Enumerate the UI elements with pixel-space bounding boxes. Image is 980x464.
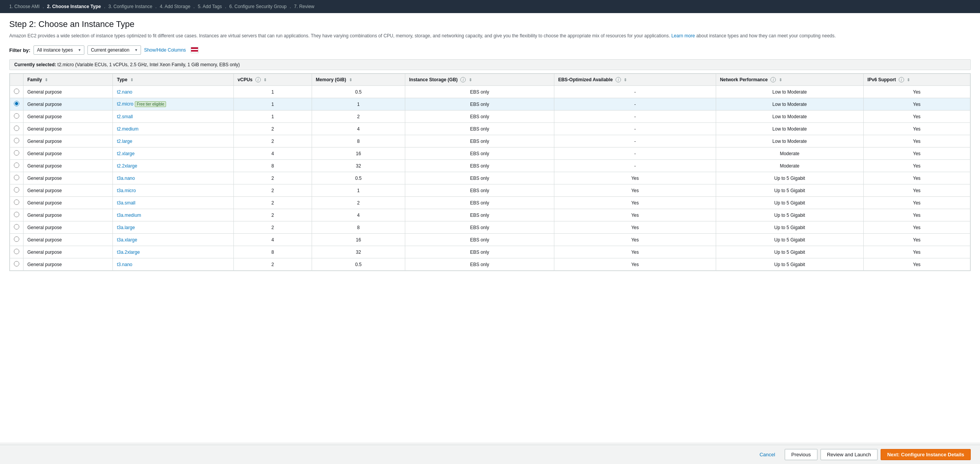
nav-step-3[interactable]: 3. Configure Instance bbox=[105, 2, 155, 11]
type-link-t3a.large[interactable]: t3a.large bbox=[117, 225, 135, 230]
row-vcpus: 1 bbox=[233, 86, 312, 98]
row-memory: 32 bbox=[312, 160, 405, 172]
type-link-t2.nano[interactable]: t2.nano bbox=[117, 89, 132, 95]
storage-sort-icon[interactable]: ⇕ bbox=[469, 78, 472, 82]
vcpus-info-icon[interactable]: i bbox=[255, 77, 261, 82]
type-link-t3a.medium[interactable]: t3a.medium bbox=[117, 213, 141, 218]
nav-step-5[interactable]: 5. Add Tags bbox=[195, 2, 225, 11]
family-sort-icon[interactable]: ⇕ bbox=[45, 78, 48, 82]
row-family: General purpose bbox=[23, 98, 113, 111]
row-type[interactable]: t2.large bbox=[113, 135, 233, 147]
type-sort-icon[interactable]: ⇕ bbox=[130, 78, 133, 82]
row-type[interactable]: t3.nano bbox=[113, 258, 233, 271]
generation-filter[interactable]: Current generation bbox=[87, 45, 141, 55]
table-row: General purposet2.large28EBS only-Low to… bbox=[10, 135, 970, 147]
page-description: Amazon EC2 provides a wide selection of … bbox=[9, 32, 971, 39]
row-radio-12[interactable] bbox=[14, 236, 19, 242]
row-ebs-optimized: Yes bbox=[554, 197, 716, 209]
row-radio-10[interactable] bbox=[14, 212, 19, 217]
nav-step-1[interactable]: 1. Choose AMI bbox=[6, 2, 43, 11]
type-link-t3a.xlarge[interactable]: t3a.xlarge bbox=[117, 237, 137, 243]
row-select-cell-1 bbox=[10, 98, 23, 111]
nav-step-4[interactable]: 4. Add Storage bbox=[157, 2, 193, 11]
row-radio-3[interactable] bbox=[14, 126, 19, 131]
ipv6-sort-icon[interactable]: ⇕ bbox=[907, 78, 910, 82]
row-radio-2[interactable] bbox=[14, 113, 19, 119]
header-storage[interactable]: Instance Storage (GB) i ⇕ bbox=[405, 74, 554, 86]
ipv6-info-icon[interactable]: i bbox=[899, 77, 904, 82]
header-memory[interactable]: Memory (GiB) ⇕ bbox=[312, 74, 405, 86]
row-type[interactable]: t3a.medium bbox=[113, 209, 233, 221]
row-radio-13[interactable] bbox=[14, 249, 19, 254]
row-radio-6[interactable] bbox=[14, 162, 19, 168]
header-vcpus[interactable]: vCPUs i ⇕ bbox=[233, 74, 312, 86]
table-body: General purposet2.nano10.5EBS only-Low t… bbox=[10, 86, 970, 271]
row-radio-7[interactable] bbox=[14, 175, 19, 180]
nav-step-2[interactable]: 2. Choose Instance Type bbox=[44, 2, 104, 11]
row-type[interactable]: t3a.small bbox=[113, 197, 233, 209]
header-type[interactable]: Type ⇕ bbox=[113, 74, 233, 86]
vcpus-sort-icon[interactable]: ⇕ bbox=[263, 78, 267, 82]
row-radio-14[interactable] bbox=[14, 261, 19, 266]
row-type[interactable]: t2.xlarge bbox=[113, 147, 233, 160]
row-type[interactable]: t2.microFree tier eligible bbox=[113, 98, 233, 111]
network-sort-icon[interactable]: ⇕ bbox=[779, 78, 782, 82]
instance-type-filter-wrapper: All instance types bbox=[34, 45, 84, 55]
row-type[interactable]: t2.medium bbox=[113, 123, 233, 135]
table-row: General purposet2.xlarge416EBS only-Mode… bbox=[10, 147, 970, 160]
row-type[interactable]: t2.nano bbox=[113, 86, 233, 98]
row-family: General purpose bbox=[23, 147, 113, 160]
flag-icon bbox=[191, 47, 198, 53]
filter-label: Filter by: bbox=[9, 47, 30, 53]
row-type[interactable]: t2.small bbox=[113, 111, 233, 123]
row-network: Up to 5 Gigabit bbox=[716, 221, 863, 234]
type-link-t2.2xlarge[interactable]: t2.2xlarge bbox=[117, 163, 137, 169]
row-type[interactable]: t3a.large bbox=[113, 221, 233, 234]
row-radio-5[interactable] bbox=[14, 150, 19, 156]
header-ebs-optimized[interactable]: EBS-Optimized Available i ⇕ bbox=[554, 74, 716, 86]
nav-step-7[interactable]: 7. Review bbox=[291, 2, 317, 11]
type-link-t3a.micro[interactable]: t3a.micro bbox=[117, 188, 136, 193]
header-family[interactable]: Family ⇕ bbox=[23, 74, 113, 86]
header-ipv6-support[interactable]: IPv6 Support i ⇕ bbox=[863, 74, 970, 86]
row-ebs-optimized: Yes bbox=[554, 184, 716, 197]
row-radio-9[interactable] bbox=[14, 199, 19, 205]
row-network: Low to Moderate bbox=[716, 135, 863, 147]
page-title: Step 2: Choose an Instance Type bbox=[9, 19, 971, 29]
row-memory: 4 bbox=[312, 209, 405, 221]
row-radio-0[interactable] bbox=[14, 89, 19, 94]
nav-step-6[interactable]: 6. Configure Security Group bbox=[226, 2, 290, 11]
show-hide-columns-link[interactable]: Show/Hide Columns bbox=[144, 47, 186, 53]
type-link-t2.large[interactable]: t2.large bbox=[117, 139, 132, 144]
row-type[interactable]: t3a.nano bbox=[113, 172, 233, 184]
table-row: General purposet3.nano20.5EBS onlyYesUp … bbox=[10, 258, 970, 271]
type-link-t3a.small[interactable]: t3a.small bbox=[117, 200, 135, 206]
type-link-t3a.nano[interactable]: t3a.nano bbox=[117, 176, 135, 181]
type-link-t3.nano[interactable]: t3.nano bbox=[117, 262, 132, 267]
row-type[interactable]: t3a.2xlarge bbox=[113, 246, 233, 258]
network-info-icon[interactable]: i bbox=[770, 77, 776, 82]
row-radio-4[interactable] bbox=[14, 138, 19, 143]
type-link-t2.medium[interactable]: t2.medium bbox=[117, 126, 138, 132]
row-type[interactable]: t3a.xlarge bbox=[113, 234, 233, 246]
row-type[interactable]: t2.2xlarge bbox=[113, 160, 233, 172]
row-vcpus: 2 bbox=[233, 197, 312, 209]
row-family: General purpose bbox=[23, 197, 113, 209]
row-storage: EBS only bbox=[405, 221, 554, 234]
instance-type-filter[interactable]: All instance types bbox=[34, 45, 84, 55]
row-radio-8[interactable] bbox=[14, 187, 19, 193]
row-network: Moderate bbox=[716, 147, 863, 160]
row-radio-11[interactable] bbox=[14, 224, 19, 229]
storage-info-icon[interactable]: i bbox=[460, 77, 466, 82]
type-link-t3a.2xlarge[interactable]: t3a.2xlarge bbox=[117, 250, 139, 255]
type-link-t2.small[interactable]: t2.small bbox=[117, 114, 133, 119]
row-radio-1[interactable] bbox=[14, 101, 19, 106]
ebs-info-icon[interactable]: i bbox=[616, 77, 621, 82]
header-network-performance[interactable]: Network Performance i ⇕ bbox=[716, 74, 863, 86]
type-link-t2.xlarge[interactable]: t2.xlarge bbox=[117, 151, 134, 156]
learn-more-link[interactable]: Learn more bbox=[671, 33, 695, 39]
memory-sort-icon[interactable]: ⇕ bbox=[349, 78, 352, 82]
ebs-sort-icon[interactable]: ⇕ bbox=[624, 78, 627, 82]
type-link-t2.micro[interactable]: t2.micro bbox=[117, 101, 133, 107]
row-type[interactable]: t3a.micro bbox=[113, 184, 233, 197]
